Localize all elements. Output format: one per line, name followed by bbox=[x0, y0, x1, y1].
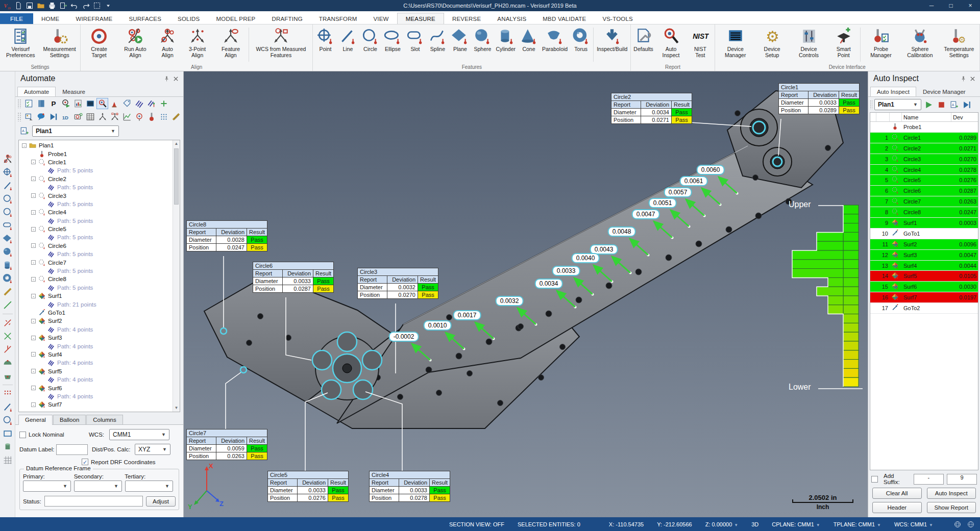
comment-balloon-icon[interactable] bbox=[35, 111, 47, 122]
inspect-row-goto1[interactable]: 10GoTo1 bbox=[870, 229, 978, 239]
maximize-button[interactable]: □ bbox=[941, 0, 961, 11]
wcs-status[interactable]: WCS: CMM1▼ bbox=[894, 521, 933, 527]
ribbon-button-wcs-from-measured-features[interactable]: WCS from Measured Features bbox=[250, 26, 311, 59]
expand-collapse-icon[interactable]: - bbox=[31, 210, 36, 215]
ribbon-button-run-auto-align[interactable]: Run Auto Align bbox=[116, 26, 154, 59]
ribbon-tab-home[interactable]: HOME bbox=[33, 13, 67, 24]
inspect-row-surf7[interactable]: 16Surf70.0197 bbox=[870, 292, 978, 303]
left-toolbar-slot-icon[interactable] bbox=[2, 219, 14, 232]
left-toolbar-torus-icon[interactable] bbox=[2, 272, 14, 285]
tree-item-surf4[interactable]: -Surf4 bbox=[20, 350, 173, 359]
step-forward-icon[interactable] bbox=[961, 99, 972, 110]
ribbon-button-cone[interactable]: Cone bbox=[518, 26, 540, 53]
suffix-prefix-input[interactable]: - bbox=[914, 474, 944, 485]
expand-collapse-icon[interactable]: - bbox=[31, 352, 36, 357]
inspect-row-surf1[interactable]: 9Surf10.0003 bbox=[870, 218, 978, 229]
tertiary-datum-select[interactable]: ▼ bbox=[125, 481, 173, 492]
tab-auto-inspect[interactable]: Auto Inspect bbox=[870, 87, 916, 96]
inspect-row-surf6[interactable]: 15Surf60.0030 bbox=[870, 282, 978, 292]
ribbon-tab-reverse[interactable]: REVERSE bbox=[444, 13, 489, 24]
ribbon-tab-measure[interactable]: MEASURE bbox=[397, 13, 444, 24]
inspect-row-circle7[interactable]: 7Circle70.0263 bbox=[870, 196, 978, 207]
header-button[interactable]: Header bbox=[872, 502, 922, 513]
left-toolbar-cross3-icon[interactable] bbox=[2, 343, 14, 356]
expand-collapse-icon[interactable]: - bbox=[31, 277, 36, 282]
expand-collapse-icon[interactable]: - bbox=[31, 260, 36, 265]
scrollbar-thumb[interactable] bbox=[174, 148, 179, 205]
ribbon-button-device-controls[interactable]: Device Controls bbox=[789, 26, 828, 59]
ribbon-button-sphere-calibration[interactable]: Sphere Calibration bbox=[900, 26, 939, 59]
inspect-row-circle8[interactable]: 8Circle80.0247 bbox=[870, 207, 978, 218]
letter-p-icon[interactable]: P bbox=[47, 98, 59, 109]
redo-icon[interactable] bbox=[81, 1, 91, 10]
export-icon[interactable] bbox=[58, 1, 68, 10]
coordinate-z[interactable]: Z: 0.00000▼ bbox=[705, 521, 739, 527]
inspect-row-circle4[interactable]: 4Circle40.0278 bbox=[870, 165, 978, 175]
ribbon-button-verisurf-preferences[interactable]: Verisurf Preferences bbox=[1, 26, 40, 59]
tree-item-surf6[interactable]: -Surf6 bbox=[20, 384, 173, 392]
tab-device-manager[interactable]: Device Manager bbox=[916, 87, 972, 96]
left-toolbar-plane-icon[interactable] bbox=[2, 233, 14, 245]
tree-item-surf7[interactable]: -Surf7 bbox=[20, 400, 173, 409]
tree-item-surf1[interactable]: -Surf1 bbox=[20, 292, 173, 300]
tree-scrollbar[interactable]: ▲ ▼ bbox=[173, 140, 180, 412]
coordinate-x[interactable]: X: -110.54735 bbox=[609, 521, 644, 527]
left-toolbar-cross2-icon[interactable] bbox=[2, 330, 14, 342]
run-plan-icon[interactable] bbox=[923, 99, 934, 110]
ribbon-tab-model-prep[interactable]: MODEL PREP bbox=[208, 13, 263, 24]
ribbon-button-point[interactable]: Point bbox=[314, 26, 336, 53]
tree-item-plan1[interactable]: -Plan1 bbox=[20, 141, 173, 149]
expand-collapse-icon[interactable]: - bbox=[31, 386, 36, 390]
expand-collapse-icon[interactable]: - bbox=[31, 227, 36, 232]
zoom-selected-icon[interactable] bbox=[96, 98, 108, 109]
expand-collapse-icon[interactable]: - bbox=[31, 160, 36, 164]
ribbon-button-3-point-align[interactable]: 3-Point Align bbox=[181, 26, 214, 59]
ribbon-tab-wireframe[interactable]: WIREFRAME bbox=[67, 13, 120, 24]
tree-item-circle1[interactable]: -Circle1 bbox=[20, 158, 173, 166]
add-suffix-checkbox[interactable] bbox=[871, 476, 878, 483]
ribbon-button-create-target[interactable]: Create Target bbox=[82, 26, 116, 59]
print-icon[interactable] bbox=[47, 1, 57, 10]
tree-item-path-4-points[interactable]: Path: 4 points bbox=[20, 375, 173, 384]
dist-pos-select[interactable]: XYZ ▼ bbox=[135, 444, 170, 455]
construction-tool-icon[interactable] bbox=[109, 98, 120, 109]
tree-item-path-4-points[interactable]: Path: 4 points bbox=[20, 359, 173, 367]
inspect-row-circle3[interactable]: 3Circle30.0270 bbox=[870, 154, 978, 165]
tab-general[interactable]: General bbox=[18, 415, 53, 425]
ribbon-button-auto-inspect[interactable]: Auto Inspect bbox=[655, 26, 687, 59]
viewport-3d[interactable]: Upper Lower X Y Z 2.0502 in Inch Circle1… bbox=[184, 71, 868, 517]
report-doc-icon[interactable] bbox=[72, 98, 84, 109]
ribbon-button-inspect-build[interactable]: Inspect/Build bbox=[595, 26, 629, 53]
inspect-row-surf5[interactable]: 14Surf50.0105 bbox=[870, 271, 978, 282]
tab-automate[interactable]: Automate bbox=[17, 87, 56, 96]
close-icon[interactable] bbox=[968, 74, 977, 83]
adjust-button[interactable]: Adjust bbox=[146, 496, 176, 507]
minimize-button[interactable]: ─ bbox=[922, 0, 941, 11]
ribbon-button-plane[interactable]: Plane bbox=[449, 26, 471, 53]
ribbon-button-probe-manager[interactable]: Probe Manager bbox=[862, 26, 900, 59]
left-toolbar-cylinder2-icon[interactable] bbox=[2, 441, 14, 453]
left-toolbar-line-icon[interactable] bbox=[2, 180, 14, 192]
ribbon-button-measurement-settings[interactable]: Measurement Settings bbox=[40, 26, 79, 59]
tree-item-path-5-points[interactable]: Path: 5 points bbox=[20, 183, 173, 191]
align-xyz-icon[interactable] bbox=[96, 111, 108, 122]
tree-item-path-4-points[interactable]: Path: 4 points bbox=[20, 392, 173, 400]
ribbon-tab-drafting[interactable]: DRAFTING bbox=[263, 13, 310, 24]
left-toolbar-circle-icon[interactable] bbox=[2, 193, 14, 205]
pushpin-icon[interactable] bbox=[959, 74, 968, 83]
lock-nominal-checkbox[interactable] bbox=[19, 432, 26, 438]
tree-item-path-5-points[interactable]: Path: 5 points bbox=[20, 233, 173, 241]
camera-target-icon[interactable] bbox=[72, 111, 84, 122]
ribbon-tab-solids[interactable]: SOLIDS bbox=[169, 13, 208, 24]
ribbon-button-auto-align[interactable]: Auto Align bbox=[154, 26, 181, 59]
drag-handle[interactable] bbox=[17, 99, 21, 108]
expand-collapse-icon[interactable]: - bbox=[31, 319, 36, 323]
status-input[interactable] bbox=[44, 496, 143, 507]
tree-item-path-5-points[interactable]: Path: 5 points bbox=[20, 166, 173, 174]
tab-measure[interactable]: Measure bbox=[56, 87, 92, 96]
wire-globe2-icon[interactable] bbox=[965, 519, 977, 530]
measure-misc-icon[interactable] bbox=[170, 111, 182, 122]
left-toolbar-sphere-icon[interactable] bbox=[2, 246, 14, 258]
ribbon-tab-surfaces[interactable]: SURFACES bbox=[120, 13, 169, 24]
wire-globe-icon[interactable] bbox=[951, 519, 964, 530]
